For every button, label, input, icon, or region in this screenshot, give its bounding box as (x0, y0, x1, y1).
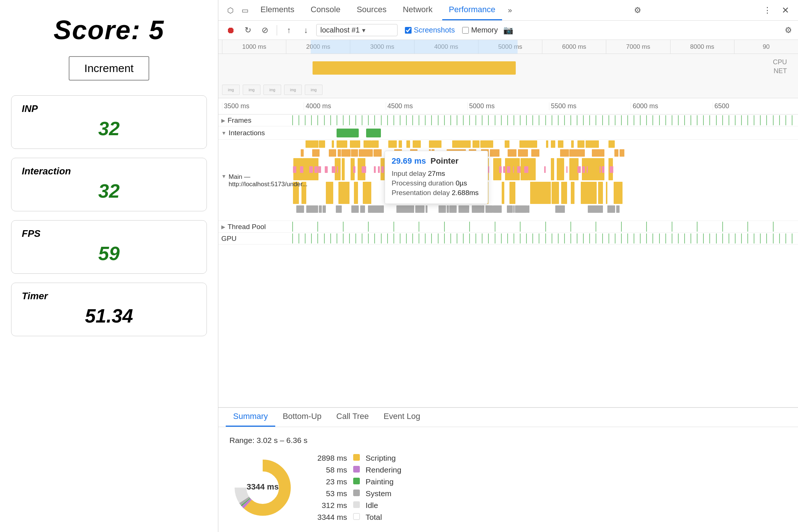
interactions-arrow[interactable]: ▼ (221, 130, 226, 136)
memory-checkbox[interactable] (462, 27, 469, 34)
reload-icon[interactable]: ↻ (241, 24, 255, 37)
screenshot-camera-icon[interactable]: 📷 (501, 24, 515, 37)
tick-mark (444, 222, 445, 232)
legend-ms: 3344 ms (314, 511, 350, 523)
main-bar-block (319, 205, 322, 213)
download-icon[interactable]: ↓ (299, 24, 313, 37)
main-bar-block (543, 182, 551, 204)
tab-performance[interactable]: Performance (442, 0, 502, 20)
tick-mark (475, 115, 476, 125)
tick-mark (608, 233, 609, 243)
tick-mark (659, 115, 660, 125)
tab-call-tree[interactable]: Call Tree (329, 412, 376, 427)
legend-name: Scripting (363, 452, 405, 464)
tick-mark (615, 115, 615, 125)
tab-console[interactable]: Console (304, 0, 347, 20)
legend-table: 2898 ms Scripting 58 ms Rendering 23 ms … (314, 452, 404, 523)
more-tabs-icon[interactable]: » (505, 6, 515, 14)
increment-button[interactable]: Increment (69, 56, 149, 81)
thread-arrow[interactable]: ▶ (221, 224, 225, 230)
main-bar-block (502, 182, 505, 204)
main-bar-block (562, 149, 569, 157)
cursor-icon[interactable]: ⬡ (224, 4, 236, 16)
tab-summary[interactable]: Summary (226, 412, 275, 427)
tooltip-presentation: Presentation delay 2.688ms (392, 189, 481, 197)
tick-mark (450, 115, 451, 125)
metric-card-fps: FPS59 (11, 220, 207, 274)
interaction-bar-2[interactable] (366, 129, 381, 137)
tick-mark (317, 233, 318, 243)
tick-mark (646, 233, 647, 243)
tick-mark (406, 115, 407, 125)
url-dropdown-icon[interactable]: ▾ (362, 26, 365, 34)
donut-chart: 3344 ms (229, 454, 296, 521)
overview-timeline[interactable]: CPU NET img img img img img (218, 54, 798, 98)
main-bar-block (494, 149, 497, 157)
tick-mark (596, 233, 596, 243)
main-bar-block (319, 140, 325, 148)
record-icon[interactable]: ⏺ (224, 24, 238, 37)
tab-sources[interactable]: Sources (350, 0, 393, 20)
main-bar-block (365, 140, 371, 148)
tick-mark (697, 233, 698, 243)
upload-icon[interactable]: ↑ (282, 24, 296, 37)
tick-mark (305, 115, 306, 125)
tick-mark (545, 115, 546, 125)
screenshots-checkbox[interactable] (405, 27, 412, 34)
tab-elements[interactable]: Elements (254, 0, 301, 20)
tick-mark (747, 115, 748, 125)
main-bar-block (351, 205, 359, 213)
tick-mark (722, 222, 723, 232)
legend-color-cell (350, 488, 363, 499)
tick-mark (545, 233, 546, 243)
dtick-3500: 3500 ms (222, 102, 304, 110)
legend-row: 58 ms Rendering (314, 464, 404, 476)
tick-mark (583, 115, 584, 125)
tick-mark (779, 233, 780, 243)
close-icon[interactable]: ✕ (779, 5, 792, 16)
legend-ms: 53 ms (314, 488, 350, 499)
toolbar-settings-icon[interactable]: ⚙ (785, 25, 792, 35)
main-label: ▼ Main — http://localhost:5173/under... (218, 171, 292, 190)
main-arrow[interactable]: ▼ (221, 173, 226, 179)
main-bar-block (569, 149, 577, 157)
main-bar-render (314, 166, 318, 173)
main-bar-block (372, 205, 377, 213)
tick-mark (665, 233, 666, 243)
interactions-track: ▼ Interactions (218, 126, 798, 140)
tick-mark (773, 115, 774, 125)
settings-icon[interactable]: ⚙ (631, 6, 644, 15)
metric-label-inp: INP (22, 103, 196, 115)
tab-network[interactable]: Network (396, 0, 439, 20)
metric-card-inp: INP32 (11, 95, 207, 149)
tab-event-log[interactable]: Event Log (376, 412, 427, 427)
tick-mark (488, 115, 489, 125)
tick-mark (539, 233, 539, 243)
main-bar-render (381, 166, 383, 173)
interaction-tooltip: 29.69 ms Pointer Input delay 27ms Proces… (385, 151, 488, 204)
tick-mark (324, 233, 325, 243)
thread-green-ticks (292, 221, 798, 232)
tick-mark (684, 233, 685, 243)
main-bar-block (491, 140, 493, 148)
tick-mark (627, 115, 628, 125)
cpu-label: CPU (773, 58, 787, 66)
interaction-bar-1[interactable] (337, 129, 359, 137)
stop-icon[interactable]: ⊘ (258, 24, 272, 37)
main-bar-block (513, 205, 515, 213)
tick-mark (678, 115, 679, 125)
more-options-icon[interactable]: ⋮ (760, 6, 774, 15)
url-bar[interactable]: localhost #1 ▾ (316, 24, 398, 36)
tick-mark (317, 115, 318, 125)
thread-pool-label: ▶ Thread Pool (218, 221, 292, 232)
device-icon[interactable]: ▭ (239, 4, 251, 16)
frames-arrow[interactable]: ▶ (221, 117, 225, 123)
tab-bottom-up[interactable]: Bottom-Up (275, 412, 329, 427)
tooltip-ms: 29.69 ms (392, 156, 426, 166)
tick-mark (514, 115, 514, 125)
tracks-area[interactable]: ▶ Frames ▼ Interactions ▼ Main — htt (218, 115, 798, 407)
legend-ms: 2898 ms (314, 452, 350, 464)
main-bar-block (485, 205, 491, 213)
tick-mark (741, 115, 742, 125)
main-bar-block (376, 140, 378, 148)
